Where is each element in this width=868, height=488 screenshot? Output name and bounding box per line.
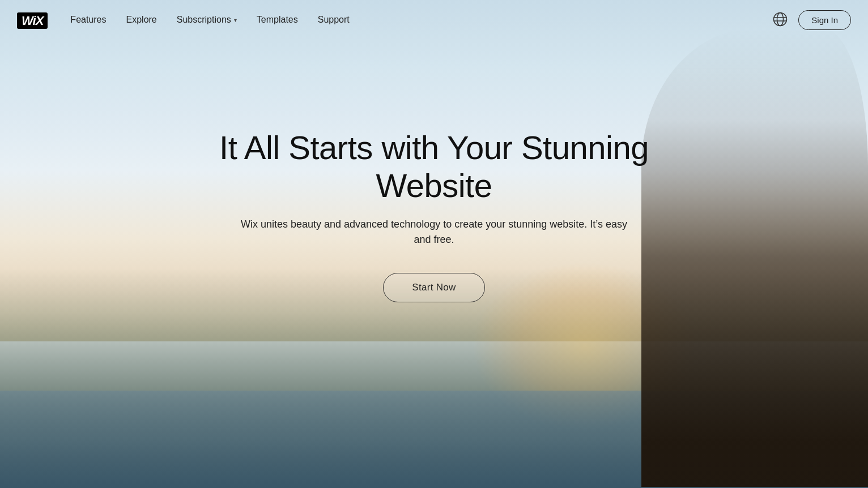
nav-link-templates[interactable]: Templates: [257, 15, 298, 25]
wix-logo-text: WiX: [17, 12, 48, 29]
start-now-button[interactable]: Start Now: [383, 273, 484, 302]
nav-link-features[interactable]: Features: [70, 15, 106, 25]
svg-point-1: [777, 12, 784, 25]
globe-icon: [773, 12, 788, 27]
language-selector-button[interactable]: [771, 10, 790, 31]
hero-title: It All Starts with Your Stunning Website: [179, 129, 689, 204]
hero-subtitle: Wix unites beauty and advanced technolog…: [236, 217, 632, 247]
wix-logo[interactable]: WiX: [17, 11, 48, 29]
navbar-right: Sign In: [771, 10, 851, 31]
svg-point-0: [774, 12, 787, 25]
subscriptions-dropdown-arrow: ▾: [234, 17, 237, 23]
navbar: WiX Features Explore Subscriptions ▾ Tem…: [0, 0, 868, 40]
hero-content: It All Starts with Your Stunning Website…: [0, 0, 868, 488]
nav-link-explore[interactable]: Explore: [126, 15, 157, 25]
navbar-left: WiX Features Explore Subscriptions ▾ Tem…: [17, 11, 350, 29]
nav-links: Features Explore Subscriptions ▾ Templat…: [70, 15, 349, 25]
nav-link-subscriptions[interactable]: Subscriptions ▾: [177, 15, 237, 25]
sign-in-button[interactable]: Sign In: [798, 10, 851, 30]
nav-link-support[interactable]: Support: [318, 15, 350, 25]
